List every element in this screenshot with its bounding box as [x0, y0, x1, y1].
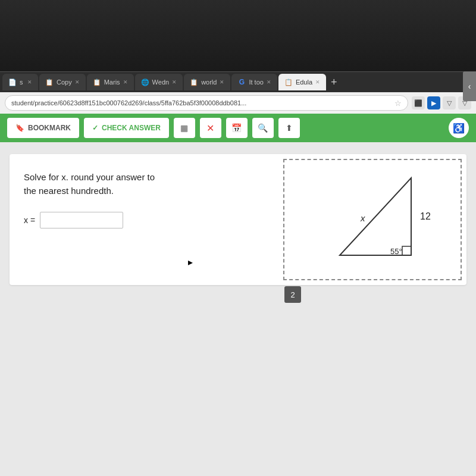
- checkmark-icon: ✓: [92, 124, 98, 132]
- address-icons: ⬛ ▶ ▽ ▽: [412, 96, 471, 109]
- tab-world-close[interactable]: ✕: [220, 79, 224, 85]
- check-answer-label: CHECK ANSWER: [102, 124, 161, 132]
- mouse-cursor: ▸: [188, 256, 193, 268]
- x-side-label: x: [360, 213, 365, 223]
- question-line1: Solve for x. round your answer to: [24, 172, 155, 182]
- tab-maris-close[interactable]: ✕: [123, 79, 128, 85]
- tab-edula-icon: 📋: [284, 78, 293, 86]
- check-answer-button[interactable]: ✓ CHECK ANSWER: [84, 118, 169, 138]
- question-left: Solve for x. round your answer to the ne…: [10, 154, 283, 285]
- tab-maris-label: Maris: [104, 79, 120, 86]
- tab-wedn-icon: 🌐: [141, 78, 149, 86]
- edu-toolbar: 🔖 BOOKMARK ✓ CHECK ANSWER ▦ ✕ 📅 🔍 ⬆ ♿: [0, 114, 476, 142]
- url-box[interactable]: student/practice/60623d8ff151bc000762d26…: [5, 95, 408, 111]
- chevron-button[interactable]: ‹: [463, 71, 476, 101]
- grid-icon: ▦: [180, 123, 188, 133]
- tab-google[interactable]: G It too ✕: [231, 74, 277, 90]
- side-12-label: 12: [420, 211, 431, 221]
- angle-label: 55°: [390, 247, 402, 256]
- page-layout: 📄 s ✕ 📋 Copy ✕ 📋 Maris ✕ 🌐 Wedn ✕ 📋: [0, 0, 476, 476]
- question-line2: the nearest hundredth.: [24, 186, 114, 196]
- tab-copy-label: Copy: [57, 79, 72, 86]
- browser-chrome: 📄 s ✕ 📋 Copy ✕ 📋 Maris ✕ 🌐 Wedn ✕ 📋: [0, 71, 476, 114]
- bookmark-star-icon[interactable]: ☆: [394, 99, 402, 108]
- tab-s-close[interactable]: ✕: [27, 79, 32, 85]
- grid-button[interactable]: ▦: [174, 118, 195, 138]
- tab-copy-close[interactable]: ✕: [75, 79, 80, 85]
- tab-edula-close[interactable]: ✕: [315, 79, 320, 85]
- x-equals-label: x =: [24, 215, 35, 225]
- tab-world[interactable]: 📋 world ✕: [184, 74, 230, 90]
- calendar-icon: 📅: [231, 123, 242, 133]
- search-button[interactable]: 🔍: [252, 118, 274, 138]
- bookmark-label: BOOKMARK: [28, 124, 71, 132]
- url-text: student/practice/60623d8ff151bc000762d26…: [11, 99, 391, 107]
- tab-wedn[interactable]: 🌐 Wedn ✕: [135, 74, 183, 90]
- webcam-area: [0, 0, 476, 71]
- page-content: Solve for x. round your answer to the ne…: [0, 142, 476, 476]
- add-tab-button[interactable]: +: [327, 76, 341, 89]
- accessibility-icon: ♿: [453, 123, 465, 134]
- tab-google-label: It too: [249, 79, 263, 86]
- svg-rect-1: [402, 246, 411, 255]
- bookmark-icon: 🔖: [15, 124, 24, 132]
- calendar-button[interactable]: 📅: [226, 118, 248, 138]
- tab-s-icon: 📄: [8, 78, 17, 86]
- tab-bar: 📄 s ✕ 📋 Copy ✕ 📋 Maris ✕ 🌐 Wedn ✕ 📋: [0, 72, 476, 92]
- tab-edula[interactable]: 📋 Edula ✕: [278, 74, 326, 90]
- tab-world-label: world: [201, 79, 217, 86]
- tab-edula-label: Edula: [296, 79, 312, 86]
- address-bar: student/practice/60623d8ff151bc000762d26…: [0, 92, 476, 114]
- diagram-area: 12 x 55° 2: [283, 159, 462, 280]
- bookmark-button[interactable]: 🔖 BOOKMARK: [7, 118, 79, 138]
- tab-copy[interactable]: 📋 Copy ✕: [39, 74, 86, 90]
- svg-marker-0: [340, 178, 411, 255]
- answer-row: x =: [24, 212, 269, 228]
- tab-maris[interactable]: 📋 Maris ✕: [87, 74, 134, 90]
- tab-wedn-close[interactable]: ✕: [172, 79, 177, 85]
- tab-google-close[interactable]: ✕: [267, 79, 271, 85]
- accessibility-button[interactable]: ♿: [449, 118, 469, 138]
- close-icon: ✕: [206, 123, 214, 134]
- search-icon: 🔍: [258, 123, 268, 133]
- answer-input[interactable]: [40, 212, 123, 228]
- tab-maris-icon: 📋: [93, 78, 101, 86]
- question-card: Solve for x. round your answer to the ne…: [10, 154, 466, 285]
- tab-copy-icon: 📋: [45, 78, 54, 86]
- tab-s-label: s: [20, 79, 23, 86]
- upload-icon: ⬆: [286, 123, 293, 133]
- extension-icon-1[interactable]: ⬛: [412, 96, 425, 109]
- upload-button[interactable]: ⬆: [278, 118, 300, 138]
- tab-google-icon: G: [237, 78, 246, 86]
- extension-icon-3[interactable]: ▽: [443, 96, 456, 109]
- question-number-badge: 2: [284, 286, 301, 303]
- extension-icon-2[interactable]: ▶: [427, 96, 440, 109]
- triangle-diagram: 12 x 55°: [304, 166, 441, 273]
- question-text: Solve for x. round your answer to the ne…: [24, 171, 269, 198]
- tab-wedn-label: Wedn: [152, 79, 170, 86]
- chevron-left-icon: ‹: [468, 82, 471, 91]
- tab-s[interactable]: 📄 s ✕: [2, 74, 38, 90]
- tab-world-icon: 📋: [190, 78, 198, 86]
- close-button[interactable]: ✕: [200, 118, 221, 138]
